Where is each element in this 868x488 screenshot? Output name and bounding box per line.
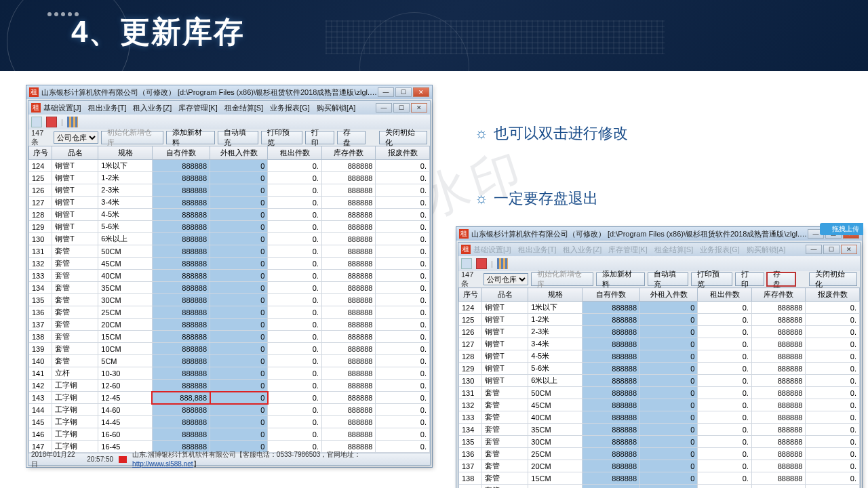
cell-rentin[interactable]: 0 [210,209,268,221]
cell-stock[interactable]: 888888 [751,424,806,436]
cell-rentout[interactable]: 0. [268,282,322,294]
cell-rentin[interactable]: 0 [210,416,268,428]
cell-own[interactable]: 888888 [582,411,639,424]
table-row[interactable]: 134套管35CM88888800.8888880. [29,282,430,294]
cell-scrap[interactable]: 0. [376,306,430,319]
cell-no[interactable]: 135 [29,294,52,306]
cell-name[interactable]: 钢管T [482,302,528,314]
warehouse-select[interactable]: 公司仓库 [484,273,528,285]
tool-icon[interactable] [497,258,508,269]
cell-own[interactable]: 888888 [582,485,639,489]
cell-name[interactable]: 套管 [482,448,528,460]
cell-spec[interactable]: 3-4米 [528,338,583,350]
cell-spec[interactable]: 25CM [98,306,153,319]
cell-own[interactable]: 888888 [582,472,639,485]
cell-spec[interactable]: 20CM [98,319,153,331]
table-row[interactable]: 145工字钢14-4588888800.8888880. [29,416,430,428]
cell-own[interactable]: 888888 [152,233,210,245]
menu-item[interactable]: 业务报表[G] [270,103,310,113]
data-grid[interactable]: 序号品名规格自有件数外租入件数租出件数库存件数报废件数 124钢管T1米以下88… [28,146,430,453]
cell-rentin[interactable]: 0 [210,355,268,367]
cell-scrap[interactable]: 0. [376,233,430,245]
table-row[interactable]: 141立杆10-3088888800.8888880. [29,367,430,380]
cell-rentin[interactable]: 0 [210,221,268,233]
column-header[interactable]: 外租入件数 [640,288,698,302]
cell-rentin[interactable]: 0 [210,160,268,172]
cell-rentin[interactable]: 0 [640,338,698,350]
cell-own[interactable]: 888888 [582,338,639,350]
cell-name[interactable]: 钢管T [52,160,98,172]
cell-rentin[interactable]: 0 [210,319,268,331]
cell-own[interactable]: 888888 [152,306,210,319]
table-row[interactable]: 135套管30CM88888800.8888880. [459,436,860,448]
table-row[interactable]: 133套管40CM88888800.8888880. [29,270,430,282]
cell-name[interactable]: 钢管T [52,209,98,221]
cell-rentout[interactable]: 0. [268,172,322,184]
cell-rentout[interactable]: 0. [268,404,322,416]
cell-spec[interactable]: 4-5米 [528,350,583,363]
cell-stock[interactable]: 888888 [321,184,376,197]
cell-rentout[interactable]: 0. [698,448,752,460]
cell-no[interactable]: 126 [29,184,52,197]
cell-stock[interactable]: 888888 [321,306,376,319]
table-row[interactable]: 131套管50CM88888800.8888880. [29,245,430,258]
cell-own[interactable]: 888888 [152,367,210,380]
save-button[interactable]: 存 盘 [337,131,366,144]
cell-own[interactable]: 888888 [582,350,639,363]
cell-rentout[interactable]: 0. [698,314,752,326]
cell-rentin[interactable]: 0 [210,258,268,270]
cell-rentin[interactable]: 0 [210,367,268,380]
cell-spec[interactable]: 4-5米 [98,209,153,221]
cell-own[interactable]: 888888 [152,258,210,270]
table-row[interactable]: 139套管10CM88888800.8888880. [459,485,860,489]
cell-stock[interactable]: 888888 [321,221,376,233]
column-header[interactable]: 租出件数 [698,288,752,302]
cell-own[interactable]: 888888 [152,197,210,209]
cell-no[interactable]: 140 [29,355,52,367]
tool-icon[interactable] [31,117,42,127]
close-button[interactable]: ✕ [413,87,429,97]
cell-name[interactable]: 套管 [52,294,98,306]
cell-no[interactable]: 141 [29,367,52,380]
cell-rentin[interactable]: 0 [210,306,268,319]
table-row[interactable]: 126钢管T2-3米88888800.8888880. [29,184,430,197]
cell-spec[interactable]: 10-30 [98,367,153,380]
cell-scrap[interactable]: 0. [806,363,860,375]
cell-rentin[interactable]: 0 [210,404,268,416]
table-row[interactable]: 137套管20CM88888800.8888880. [459,460,860,472]
column-header[interactable]: 报废件数 [806,288,860,302]
cell-stock[interactable]: 888888 [751,387,806,399]
cell-stock[interactable]: 888888 [321,355,376,367]
table-row[interactable]: 136套管25CM88888800.8888880. [459,448,860,460]
cell-stock[interactable]: 888888 [751,460,806,472]
cell-scrap[interactable]: 0. [376,270,430,282]
cell-name[interactable]: 套管 [482,436,528,448]
cell-rentin[interactable]: 0 [640,326,698,338]
cell-spec[interactable]: 14-60 [98,404,153,416]
cell-rentout[interactable]: 0. [698,460,752,472]
column-header[interactable]: 自有件数 [152,146,210,160]
cell-rentin[interactable]: 0 [640,436,698,448]
table-row[interactable]: 138套管15CM88888800.8888880. [459,472,860,485]
cell-rentin[interactable]: 0 [210,245,268,258]
cell-stock[interactable]: 888888 [751,485,806,489]
menu-item[interactable]: 库存管理[K] [608,245,647,255]
cell-no[interactable]: 132 [29,258,52,270]
cell-scrap[interactable]: 0. [376,392,430,404]
menu-item[interactable]: 业务报表[G] [700,245,740,255]
cell-scrap[interactable]: 0. [806,375,860,387]
column-header[interactable]: 规格 [528,288,583,302]
cell-no[interactable]: 146 [29,428,52,441]
cell-scrap[interactable]: 0. [806,326,860,338]
child-minimize[interactable]: — [806,245,822,254]
cell-scrap[interactable]: 0. [806,460,860,472]
cell-name[interactable]: 套管 [482,411,528,424]
cell-name[interactable]: 工字钢 [52,380,98,392]
cell-stock[interactable]: 888888 [751,411,806,424]
cell-rentout[interactable]: 0. [268,209,322,221]
menu-item[interactable]: 基础设置[J] [43,103,81,113]
cell-name[interactable]: 钢管T [52,172,98,184]
table-row[interactable]: 125钢管T1-2米88888800.8888880. [459,314,860,326]
cell-scrap[interactable]: 0. [376,343,430,355]
table-row[interactable]: 132套管45CM88888800.8888880. [459,399,860,411]
